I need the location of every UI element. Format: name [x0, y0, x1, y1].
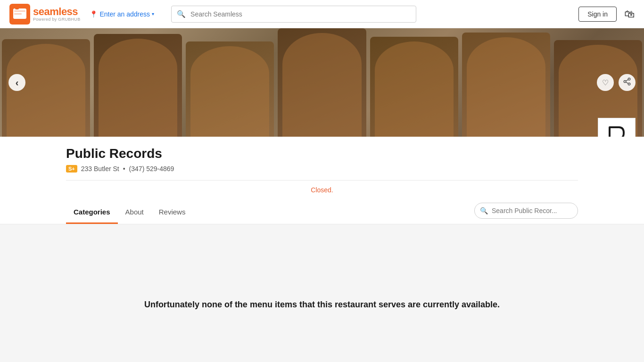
main-content: Unfortunately none of the menu items tha… — [0, 224, 644, 362]
restaurant-logo-svg — [603, 123, 631, 137]
svg-point-6 — [624, 81, 626, 83]
restaurant-address: 233 Butler St — [81, 165, 119, 173]
global-search-bar: 🔍 — [171, 6, 416, 23]
search-input[interactable] — [171, 6, 416, 23]
splus-badge: S+ — [66, 165, 77, 173]
svg-point-7 — [628, 83, 630, 85]
tabs-left: Categories About Reviews — [66, 201, 193, 224]
main-header: seamless Powered by GRUBHUB 📍 Enter an a… — [0, 0, 644, 28]
cart-icon: 🛍 — [624, 8, 635, 20]
header-right: Sign in 🛍 — [578, 7, 635, 22]
logo-link[interactable]: seamless Powered by GRUBHUB — [9, 4, 80, 25]
hero-image — [0, 28, 644, 137]
cart-button[interactable]: 🛍 — [624, 8, 635, 20]
restaurant-meta: S+ 233 Butler St • (347) 529-4869 — [66, 165, 578, 173]
svg-rect-4 — [14, 13, 22, 15]
sign-in-button[interactable]: Sign in — [578, 7, 617, 22]
closed-banner: Closed. — [66, 180, 578, 199]
restaurant-search-icon: 🔍 — [480, 207, 488, 214]
tab-about[interactable]: About — [118, 201, 151, 224]
food-box-3 — [186, 41, 274, 137]
restaurant-name: Public Records — [66, 146, 578, 161]
food-boxes-container — [0, 28, 644, 137]
seamless-logo-icon — [9, 4, 30, 25]
address-placeholder-text: Enter an address — [99, 10, 150, 18]
share-icon — [623, 77, 631, 88]
svg-point-5 — [628, 78, 630, 81]
food-box-2 — [94, 34, 182, 137]
hero-banner: ‹ ♡ — [0, 28, 644, 137]
svg-rect-2 — [15, 7, 19, 9]
hero-actions: ♡ — [597, 74, 636, 91]
search-icon: 🔍 — [177, 10, 186, 18]
address-selector[interactable]: 📍 Enter an address ▾ — [90, 10, 154, 18]
logo-sub: Powered by GRUBHUB — [33, 17, 80, 22]
closed-status-text: Closed. — [311, 186, 333, 194]
svg-line-8 — [626, 82, 628, 83]
restaurant-phone: (347) 529-4869 — [129, 165, 174, 173]
address-separator: • — [123, 165, 125, 173]
tab-categories[interactable]: Categories — [66, 201, 118, 224]
tabs-row: Categories About Reviews 🔍 — [66, 201, 578, 224]
favorite-button[interactable]: ♡ — [597, 74, 614, 91]
unavailable-message: Unfortunately none of the menu items tha… — [144, 298, 500, 311]
heart-icon: ♡ — [602, 78, 609, 87]
svg-rect-3 — [14, 10, 25, 12]
share-button[interactable] — [619, 74, 636, 91]
restaurant-search-bar: 🔍 — [474, 203, 578, 219]
pin-icon: 📍 — [90, 10, 98, 18]
food-box-4 — [278, 28, 366, 137]
tab-reviews[interactable]: Reviews — [151, 201, 193, 224]
back-arrow-icon: ‹ — [16, 77, 19, 88]
logo-name: seamless — [33, 7, 80, 17]
logo-text: seamless Powered by GRUBHUB — [33, 7, 80, 22]
svg-line-9 — [626, 80, 628, 81]
food-box-6 — [462, 33, 550, 137]
food-box-5 — [370, 37, 458, 137]
chevron-down-icon: ▾ — [152, 11, 154, 16]
back-button[interactable]: ‹ — [8, 74, 25, 91]
restaurant-logo-box — [598, 118, 636, 137]
restaurant-search-input[interactable] — [474, 203, 578, 219]
restaurant-section: Public Records S+ 233 Butler St • (347) … — [0, 137, 644, 224]
